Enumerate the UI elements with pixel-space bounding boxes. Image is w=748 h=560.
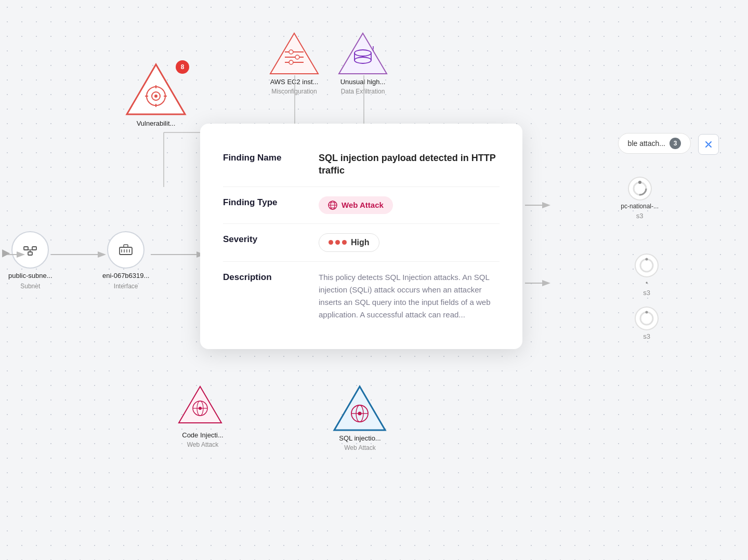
s3-node-2[interactable]: s3 bbox=[635, 306, 659, 340]
pc-national-sublabel: s3 bbox=[636, 212, 644, 220]
svg-point-53 bbox=[646, 258, 648, 261]
vulnerability-node[interactable]: 8 Vulnerabilit... bbox=[125, 62, 187, 127]
svg-point-54 bbox=[640, 312, 653, 325]
svg-point-60 bbox=[199, 407, 202, 410]
description-value: This policy detects SQL Injection attack… bbox=[319, 271, 500, 321]
svg-point-55 bbox=[646, 311, 648, 314]
finding-name-row: Finding Name SQL injection payload detec… bbox=[223, 142, 500, 187]
interface-label: eni-067b6319... bbox=[102, 272, 149, 279]
code-injection-node[interactable]: Code Injecti... Web Attack bbox=[177, 384, 229, 448]
subnet-node[interactable]: public-subne... Subnet bbox=[8, 231, 53, 290]
finding-name-label: Finding Name bbox=[223, 152, 306, 163]
s3-node-1[interactable]: • s3 bbox=[635, 254, 659, 297]
web-attack-icon bbox=[328, 201, 337, 210]
pc-national-label: pc-national-... bbox=[621, 203, 659, 210]
svg-rect-22 bbox=[124, 245, 128, 247]
severity-row: Severity High bbox=[223, 224, 500, 262]
spinner-icon-2 bbox=[635, 254, 659, 277]
description-row: Description This policy detects SQL Inje… bbox=[223, 262, 500, 330]
svg-point-51 bbox=[638, 181, 641, 184]
severity-label: Severity bbox=[223, 233, 306, 245]
svg-rect-12 bbox=[32, 247, 36, 250]
code-injection-label: Code Injecti... bbox=[182, 431, 224, 439]
sql-injection-sublabel: Web Attack bbox=[344, 444, 375, 451]
finding-name-value: SQL injection payload detected in HTTP t… bbox=[319, 152, 500, 177]
subnet-sublabel: Subnet bbox=[20, 283, 40, 290]
svg-point-52 bbox=[640, 259, 653, 272]
svg-point-37 bbox=[289, 60, 293, 64]
svg-rect-13 bbox=[28, 252, 32, 255]
interface-node[interactable]: eni-067b6319... Interface bbox=[102, 231, 149, 290]
dot-2 bbox=[335, 240, 340, 245]
ec2-label: AWS EC2 inst... bbox=[270, 78, 319, 86]
svg-point-35 bbox=[289, 50, 293, 54]
s3-sublabel-1: s3 bbox=[643, 289, 650, 297]
svg-point-36 bbox=[295, 55, 299, 59]
finding-type-label: Finding Type bbox=[223, 196, 306, 208]
svg-rect-11 bbox=[24, 247, 28, 250]
sql-injection-node[interactable]: SQL injectio... Web Attack bbox=[333, 384, 387, 451]
finding-type-row: Finding Type Web Attack bbox=[223, 187, 500, 224]
unusual-node[interactable]: ! Unusual high... Data Exfiltration bbox=[337, 31, 389, 95]
subnet-label: public-subne... bbox=[8, 272, 53, 279]
attach-label: ble attach... bbox=[628, 139, 665, 148]
svg-point-65 bbox=[358, 412, 362, 416]
description-label: Description bbox=[223, 271, 306, 283]
dot-3 bbox=[342, 240, 347, 245]
spinner-icon-1 bbox=[628, 177, 652, 201]
interface-icon bbox=[107, 231, 145, 269]
svg-marker-31 bbox=[270, 33, 318, 74]
vulnerability-badge: 8 bbox=[176, 60, 189, 74]
s3-label-1: • bbox=[646, 279, 648, 287]
unusual-sublabel: Data Exfiltration bbox=[341, 88, 385, 95]
s3-sublabel-2: s3 bbox=[643, 332, 650, 340]
code-injection-sublabel: Web Attack bbox=[187, 441, 218, 448]
severity-badge: High bbox=[319, 233, 379, 252]
ec2-sublabel: Misconfiguration bbox=[271, 88, 317, 95]
svg-marker-56 bbox=[179, 386, 221, 423]
spinner-icon-3 bbox=[635, 306, 659, 330]
right-bubble-group: ble attach... 3 bbox=[618, 133, 691, 154]
finding-type-value: Web Attack bbox=[319, 196, 500, 214]
svg-text:!: ! bbox=[372, 45, 374, 52]
finding-popup: Finding Name SQL injection payload detec… bbox=[200, 124, 522, 349]
interface-sublabel: Interface bbox=[114, 283, 138, 290]
attach-count: 3 bbox=[670, 138, 681, 149]
web-attack-badge: Web Attack bbox=[319, 196, 393, 214]
svg-point-26 bbox=[154, 95, 158, 98]
severity-dots bbox=[329, 240, 347, 245]
subnet-icon bbox=[11, 231, 49, 269]
pc-national-node[interactable]: pc-national-... s3 bbox=[621, 177, 659, 220]
collapse-button[interactable] bbox=[698, 134, 719, 155]
svg-marker-61 bbox=[334, 386, 385, 430]
attach-bubble[interactable]: ble attach... 3 bbox=[618, 133, 691, 154]
svg-marker-38 bbox=[339, 33, 387, 74]
dot-1 bbox=[329, 240, 333, 245]
unusual-label: Unusual high... bbox=[340, 78, 386, 86]
ec2-node[interactable]: AWS EC2 inst... Misconfiguration bbox=[268, 31, 320, 95]
sql-injection-label: SQL injectio... bbox=[339, 434, 380, 442]
vulnerability-label: Vulnerabilit... bbox=[137, 119, 176, 127]
severity-value: High bbox=[319, 233, 500, 252]
